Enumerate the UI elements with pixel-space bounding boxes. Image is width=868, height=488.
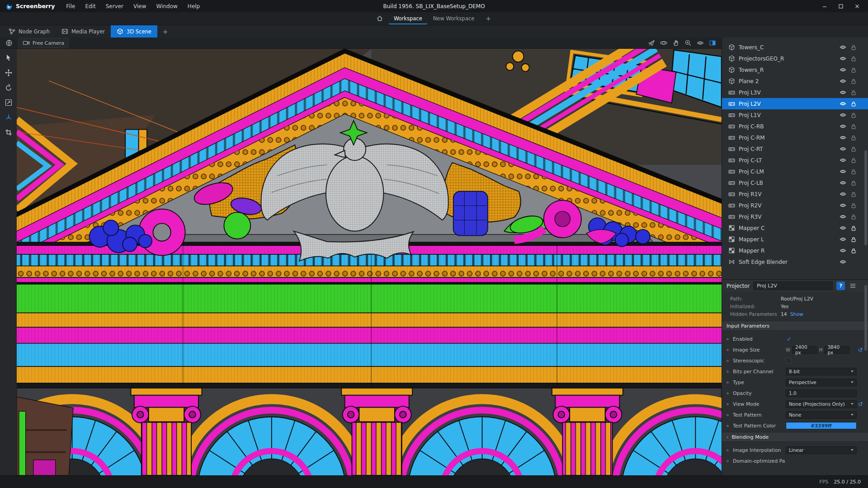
gizmo-tool[interactable]: [3, 112, 14, 123]
scene-list-item[interactable]: Plane 2: [722, 75, 868, 87]
minimize-button[interactable]: [816, 0, 833, 12]
scene-list-item[interactable]: Proj L1V: [722, 109, 868, 121]
visibility-eye-icon[interactable]: [840, 145, 847, 152]
lock-icon[interactable]: [850, 89, 857, 96]
menu-edit[interactable]: Edit: [80, 3, 100, 9]
unchecked-checkbox[interactable]: [786, 358, 791, 363]
visibility-eye-icon[interactable]: [840, 44, 847, 51]
visibility-options-icon[interactable]: [695, 38, 706, 47]
add-workspace-button[interactable]: +: [480, 15, 496, 22]
text-input[interactable]: 1.0: [786, 389, 857, 397]
tab-node-graph[interactable]: Node Graph: [3, 25, 56, 38]
visibility-eye-icon[interactable]: [840, 258, 847, 265]
visibility-eye-icon[interactable]: [840, 100, 847, 107]
visibility-eye-icon[interactable]: [840, 247, 847, 254]
scene-list-item[interactable]: Mapper C: [722, 222, 868, 234]
scene-list-item[interactable]: Proj C-LB: [722, 177, 868, 188]
globe-icon[interactable]: [4, 38, 14, 47]
visibility-eye-icon[interactable]: [840, 213, 847, 220]
visibility-eye-icon[interactable]: [840, 179, 847, 186]
menu-window[interactable]: Window: [151, 3, 183, 9]
orbit-icon[interactable]: [658, 38, 669, 47]
lock-icon[interactable]: [850, 214, 857, 220]
lock-icon[interactable]: [850, 123, 857, 130]
menu-file[interactable]: File: [61, 3, 80, 9]
scene-list-scrollbar[interactable]: [864, 150, 867, 245]
visibility-eye-icon[interactable]: [840, 123, 847, 130]
lock-icon[interactable]: [850, 169, 857, 175]
visibility-eye-icon[interactable]: [840, 236, 847, 243]
home-icon[interactable]: [372, 15, 388, 22]
blending-mode-header[interactable]: › Blending Mode: [722, 432, 868, 442]
dropdown-select[interactable]: None: [786, 411, 857, 419]
lock-icon[interactable]: [850, 56, 857, 62]
scene-list-item[interactable]: Soft Edge Blender: [722, 256, 868, 267]
checked-checkbox[interactable]: ✓: [786, 336, 793, 343]
lock-icon[interactable]: [850, 191, 857, 197]
scene-list-item[interactable]: Proj L3V: [722, 87, 868, 98]
scene-list-item[interactable]: Towers_R: [722, 64, 868, 75]
split-view-icon[interactable]: [707, 38, 718, 47]
scene-list-item[interactable]: Proj L2V: [722, 98, 868, 109]
dropdown-select[interactable]: Perspective: [786, 379, 857, 386]
lock-icon[interactable]: [850, 135, 857, 141]
scene-list-item[interactable]: ProjectorsGEO_R: [722, 53, 868, 64]
help-button[interactable]: ?: [836, 282, 845, 290]
menu-view[interactable]: View: [128, 3, 151, 9]
visibility-eye-icon[interactable]: [840, 168, 847, 175]
reset-icon[interactable]: ↺: [857, 401, 864, 407]
workspace-tab[interactable]: Workspace: [389, 13, 427, 24]
tab-3d-scene[interactable]: 3D Scene: [111, 25, 157, 38]
maximize-button[interactable]: [833, 0, 849, 12]
dropdown-select[interactable]: None (Projections Only): [786, 400, 857, 408]
menu-server[interactable]: Server: [101, 3, 128, 9]
lock-icon[interactable]: [850, 157, 857, 164]
lock-icon[interactable]: [850, 248, 857, 254]
select-tool[interactable]: [3, 52, 14, 63]
dropdown-select[interactable]: Linear: [786, 446, 857, 454]
lock-icon[interactable]: [850, 236, 857, 243]
scene-list-item[interactable]: Proj R2V: [722, 200, 868, 211]
scene-list-item[interactable]: Proj C-RM: [722, 132, 868, 143]
projector-name-input[interactable]: Proj L2V: [753, 282, 833, 290]
scene-list-item[interactable]: Mapper R: [722, 245, 868, 256]
lock-icon[interactable]: [850, 180, 857, 186]
panel-menu-icon[interactable]: [849, 282, 856, 289]
scene-list-item[interactable]: Proj C-RT: [722, 143, 868, 155]
visibility-eye-icon[interactable]: [840, 157, 847, 164]
pan-hand-icon[interactable]: [670, 38, 681, 47]
scene-list-item[interactable]: Proj C-LM: [722, 166, 868, 177]
scene-list-item[interactable]: Mapper L: [722, 234, 868, 245]
fly-mode-icon[interactable]: [646, 38, 657, 47]
input-parameters-header[interactable]: Input Parameters: [722, 321, 868, 331]
visibility-eye-icon[interactable]: [840, 112, 847, 118]
lock-icon[interactable]: [850, 112, 857, 118]
lock-icon[interactable]: [850, 225, 857, 231]
visibility-eye-icon[interactable]: [840, 78, 847, 84]
camera-selector[interactable]: Free Camera: [18, 38, 69, 48]
visibility-eye-icon[interactable]: [840, 225, 847, 231]
scene-list-item[interactable]: Proj C-LT: [722, 155, 868, 166]
close-button[interactable]: [849, 0, 865, 12]
rotate-tool[interactable]: [3, 82, 14, 93]
visibility-eye-icon[interactable]: [840, 55, 847, 62]
lock-icon[interactable]: [850, 78, 857, 84]
visibility-eye-icon[interactable]: [840, 191, 847, 197]
scene-list-item[interactable]: Towers_C: [722, 42, 868, 53]
lock-icon[interactable]: [850, 44, 857, 51]
scene-list-item[interactable]: Proj R3V: [722, 211, 868, 222]
scene-list-item[interactable]: Proj R1V: [722, 188, 868, 200]
zoom-icon[interactable]: [683, 38, 693, 47]
lock-icon[interactable]: [850, 146, 857, 152]
visibility-eye-icon[interactable]: [840, 66, 847, 73]
height-input[interactable]: 3840 px: [824, 346, 849, 354]
crop-tool[interactable]: [3, 127, 14, 138]
new-workspace-tab[interactable]: New Workspace: [428, 13, 480, 24]
reset-icon[interactable]: ↺: [857, 347, 864, 353]
scene-list-item[interactable]: Proj C-RB: [722, 121, 868, 132]
lock-icon[interactable]: [850, 101, 857, 107]
add-tab-button[interactable]: +: [157, 25, 174, 38]
dropdown-select[interactable]: 8-bit: [786, 368, 857, 375]
visibility-eye-icon[interactable]: [840, 202, 847, 209]
scale-tool[interactable]: [3, 97, 14, 108]
